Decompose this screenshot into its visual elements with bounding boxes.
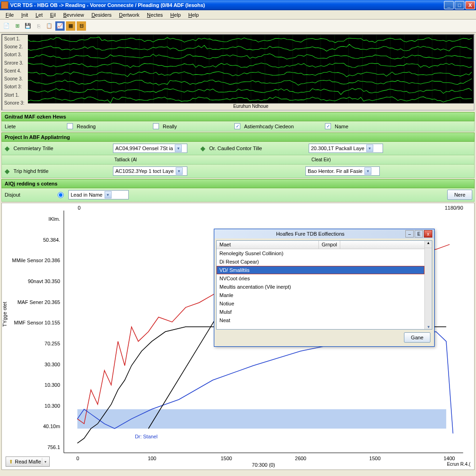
svg-text:40.10m: 40.10m	[43, 423, 60, 429]
dialog-close-button[interactable]: x	[424, 230, 432, 238]
menubar: FileInitLetEilBevrviewDesidersDertworkNe…	[0, 10, 476, 20]
chevron-down-icon: ▼	[175, 145, 182, 152]
menu-eil[interactable]: Eil	[46, 11, 60, 19]
signal-row-label: Sonore 3:	[2, 100, 28, 108]
svg-text:2600: 2600	[295, 456, 306, 461]
name-checkbox[interactable]	[325, 123, 331, 129]
tool-copy-icon[interactable]: ⎘	[34, 21, 43, 31]
svg-text:756.1: 756.1	[47, 444, 60, 450]
chart-ylabel: TYgge otet	[2, 302, 7, 327]
list-item[interactable]: NVCoot óries	[217, 274, 424, 283]
svg-text:0: 0	[76, 456, 79, 461]
signal-row-label: Sotort 3:	[2, 84, 28, 92]
dialog-list-header: Maet Grnpol	[217, 241, 424, 249]
name-label: Name	[335, 124, 348, 129]
dialog-minimize-button[interactable]: –	[405, 230, 414, 238]
tool-save-icon[interactable]: 💾	[23, 21, 33, 31]
list-item[interactable]: Manle	[217, 291, 424, 299]
trip-label: Trip highd frtitle	[13, 168, 111, 174]
nere-button[interactable]: Nere	[447, 190, 472, 200]
bullet-icon: ◆	[5, 145, 10, 152]
dialog-scrollbar[interactable]: ▲ ▼	[424, 241, 432, 329]
svg-text:100: 100	[148, 456, 156, 461]
menu-desiders[interactable]: Desiders	[88, 11, 115, 19]
disjout-radio[interactable]	[58, 192, 64, 198]
tool-grid-icon[interactable]: ▦	[66, 21, 75, 31]
reading-checkbox[interactable]	[67, 123, 73, 129]
list-item[interactable]: VD/ Smaliltiis	[217, 266, 424, 274]
svg-text:1500: 1500	[369, 456, 380, 461]
section-redding-header: AlQj redding s cotens	[1, 179, 475, 188]
col-grnpol[interactable]: Grnpol	[319, 241, 340, 249]
col-maet[interactable]: Maet	[217, 241, 319, 249]
signal-row-label: Soone 3.	[2, 76, 28, 84]
svg-text:1500: 1500	[221, 456, 232, 461]
signal-row-label: Stort 1.	[2, 93, 28, 100]
svg-text:50.384.: 50.384.	[43, 237, 60, 243]
svg-text:1180/90: 1180/90	[445, 205, 463, 211]
minimize-button[interactable]: _	[444, 1, 454, 9]
dialog-title: Hoafles Fure TDB Eolfiections	[216, 231, 404, 237]
astern-label: Astiemhcady Ciedeon	[244, 124, 323, 129]
menu-help[interactable]: Help	[185, 11, 203, 19]
list-item[interactable]: Renolegity Susnel Collinion)	[217, 249, 424, 258]
really-checkbox[interactable]	[153, 123, 159, 129]
maximize-button[interactable]: □	[455, 1, 464, 9]
contor-combo[interactable]: 20.300,1T Packall Laye ▼	[309, 144, 383, 153]
contor-label: Or. Caulled Contor Tille	[209, 145, 307, 151]
tool-paste-icon[interactable]: 📋	[45, 21, 54, 31]
tool-chart-icon[interactable]: 📈	[55, 21, 65, 31]
section-project-row1b: Tatliack (Al Cleat Eir)	[1, 155, 475, 165]
svg-text:30.300: 30.300	[45, 362, 60, 367]
list-item[interactable]: Meultis ancentation (Vile inerpt)	[217, 283, 424, 291]
svg-text:10.300: 10.300	[45, 403, 60, 409]
list-item[interactable]: Notiue	[217, 299, 424, 308]
tool-tree-icon[interactable]: ⊞	[13, 21, 22, 31]
list-item[interactable]: Neat	[217, 316, 424, 324]
signal-row-label: Soone 2.	[2, 44, 28, 52]
menu-file[interactable]: File	[2, 11, 18, 19]
menu-let[interactable]: Let	[32, 11, 46, 19]
astern-checkbox[interactable]	[234, 123, 240, 129]
commentary-combo[interactable]: AC04,9947 Oensel 7St ia ▼	[113, 144, 187, 153]
svg-text:90navt 30.350: 90navt 30.350	[28, 278, 60, 284]
cleat-label: Cleat Eir)	[311, 157, 331, 162]
svg-rect-54	[77, 409, 446, 429]
svg-text:MMile Sensor 20.386: MMile Sensor 20.386	[12, 258, 60, 263]
dialog-listbox[interactable]: Maet Grnpol Renolegity Susnel Collinion)…	[216, 240, 432, 330]
list-item[interactable]: Di Resot Capear)	[217, 258, 424, 266]
menu-dertwork[interactable]: Dertwork	[115, 11, 143, 19]
chevron-down-icon: ▼	[42, 458, 48, 465]
list-item[interactable]: Mulsf	[217, 308, 424, 316]
read-mafle-button[interactable]: ⬆ Read Mafle ▼	[6, 456, 50, 467]
svg-text:70.255: 70.255	[45, 341, 60, 346]
menu-nectes[interactable]: Nectes	[143, 11, 166, 19]
signal-panel: Scort 1.Soone 2.Sotort 3.Snrore 3.Scent …	[1, 34, 475, 111]
section-project-header: Project In ABF Appliatrring	[1, 132, 475, 142]
section-project-row1: ◆ Cemmietary Trille AC04,9947 Oensel 7St…	[1, 142, 475, 155]
tool-new-icon[interactable]: 📄	[2, 21, 11, 31]
app-icon	[1, 1, 8, 9]
section-maf-header: Gnitrad MAF ozken Hews	[1, 112, 475, 121]
menu-bevrview[interactable]: Bevrview	[60, 11, 88, 19]
menu-init[interactable]: Init	[18, 11, 32, 19]
tool-table-icon[interactable]: ⊟	[77, 21, 86, 31]
bullet-icon: ◆	[5, 167, 10, 175]
disjout-label: Disjout	[5, 192, 56, 198]
dialog-save-button[interactable]: Gane	[404, 332, 430, 343]
signal-grid[interactable]: Euruhun Ndhoue	[28, 35, 474, 110]
close-button[interactable]: X	[465, 1, 475, 9]
menu-help[interactable]: Help	[166, 11, 185, 19]
window-titlebar: VCR TDS - HBG OB -> Reading - Voreor Con…	[0, 0, 476, 10]
hentor-combo[interactable]: Bao Hentor. Fir all Fasie ▼	[305, 166, 380, 176]
leadname-combo[interactable]: Lead in Name ▼	[68, 190, 129, 199]
trip-combo[interactable]: AC10S2.3Yep 1 toct Laye ▼	[113, 166, 187, 176]
commentary-combo-value: AC04,9947 Oensel 7St ia	[115, 145, 173, 151]
dialog-e-button[interactable]: E	[415, 230, 423, 238]
liete-label: Liete	[5, 124, 65, 129]
read-mafle-label: Read Mafle	[15, 459, 41, 464]
dialog-titlebar: Hoafles Fure TDB Eolfiections – E x	[214, 229, 434, 238]
svg-text:10.300: 10.300	[45, 382, 60, 388]
trip-combo-value: AC10S2.3Yep 1 toct Laye	[115, 168, 174, 174]
section-redding-row: Disjout Lead in Name ▼ Nere	[1, 188, 475, 202]
